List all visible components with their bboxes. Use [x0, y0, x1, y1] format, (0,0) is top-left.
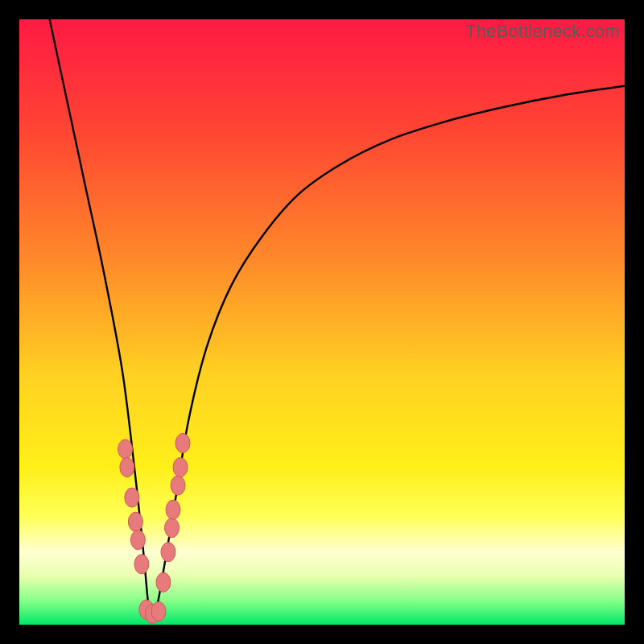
watermark-text: TheBottleneck.com: [465, 21, 620, 42]
data-point: [128, 512, 142, 531]
data-point: [134, 555, 149, 574]
data-point: [156, 572, 171, 592]
data-point: [165, 518, 180, 538]
data-point: [130, 530, 145, 550]
data-point: [161, 543, 175, 562]
data-point: [171, 476, 185, 495]
bottleneck-curve: [19, 19, 625, 625]
data-point: [151, 601, 166, 621]
data-point: [125, 488, 139, 507]
chart-frame: TheBottleneck.com: [0, 0, 644, 644]
data-point: [175, 433, 190, 452]
data-point: [120, 457, 134, 477]
data-points: [118, 433, 190, 623]
plot-area: TheBottleneck.com: [19, 19, 625, 625]
data-point: [166, 500, 180, 519]
data-point: [173, 457, 188, 477]
data-point: [118, 440, 133, 459]
